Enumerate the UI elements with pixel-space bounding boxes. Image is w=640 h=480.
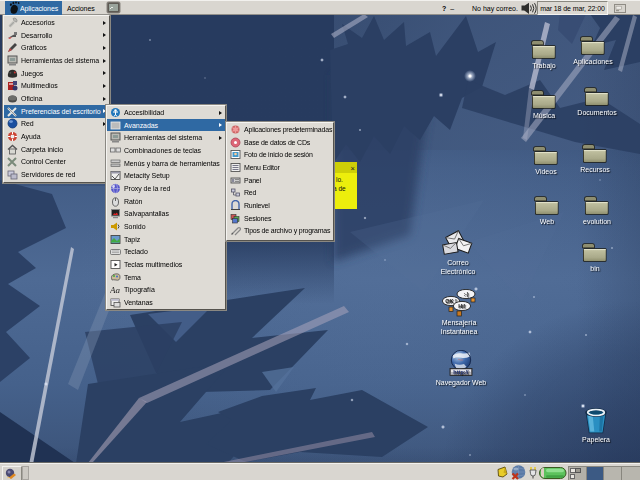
svg-text:Hi!: Hi!: [458, 303, 466, 309]
svg-text::-): :-): [464, 291, 469, 297]
svg-text:http://: http://: [453, 369, 469, 375]
svg-text:Aa: Aa: [110, 285, 120, 295]
